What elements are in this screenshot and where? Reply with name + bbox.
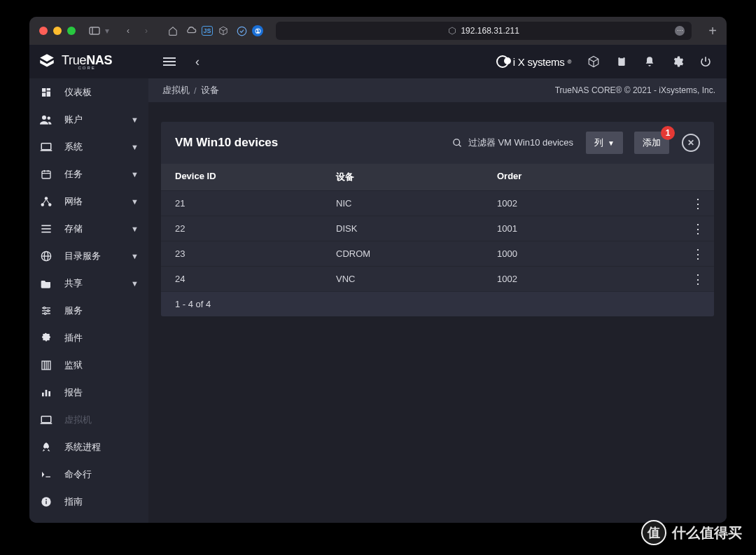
chevron-down-icon: ▼ bbox=[131, 143, 139, 151]
table-row[interactable]: 21NIC1002⋮ bbox=[161, 190, 714, 216]
svg-rect-11 bbox=[42, 171, 50, 178]
sidebar-item-8[interactable]: 服务 bbox=[29, 297, 148, 324]
home-icon[interactable] bbox=[165, 23, 181, 38]
sidebar-item-label: 目录服务 bbox=[64, 250, 101, 262]
sidebar-item-14[interactable]: 命令行 bbox=[29, 461, 148, 488]
sidebar-item-label: 命令行 bbox=[64, 468, 92, 481]
topbar: ‹ iXsystems® bbox=[148, 45, 727, 78]
svg-rect-35 bbox=[46, 390, 48, 396]
settings-icon[interactable] bbox=[665, 49, 690, 74]
svg-rect-3 bbox=[42, 88, 46, 92]
new-tab-button[interactable]: + bbox=[708, 23, 717, 39]
table-row[interactable]: 23CDROM1000⋮ bbox=[161, 241, 714, 266]
cell-order: 1001 bbox=[497, 223, 700, 234]
terminal-icon bbox=[39, 468, 53, 482]
filter-label: 过滤器 VM Win10 devices bbox=[468, 136, 573, 149]
app-window: ▾ ‹ › JS ① 192.168.31.211 ⋯ + TrueNAS bbox=[29, 17, 727, 523]
sidebar-item-3[interactable]: 任务▼ bbox=[29, 160, 148, 188]
tab-group: ▾ bbox=[87, 23, 109, 38]
chevron-down-icon: ▼ bbox=[131, 115, 139, 124]
jail-icon bbox=[39, 358, 53, 372]
svg-rect-37 bbox=[41, 416, 51, 422]
cell-device: VNC bbox=[336, 274, 497, 284]
svg-rect-0 bbox=[90, 27, 99, 34]
globe-icon bbox=[39, 249, 53, 263]
sidebar-item-2[interactable]: 系统▼ bbox=[29, 133, 148, 160]
ixsystems-logo[interactable]: iXsystems® bbox=[496, 55, 571, 68]
sidebar-item-7[interactable]: 共享▼ bbox=[29, 269, 148, 297]
minimize-window-button[interactable] bbox=[53, 27, 62, 35]
sidebar-item-4[interactable]: 网络▼ bbox=[29, 188, 148, 215]
nav-back-button[interactable]: ‹ bbox=[120, 23, 136, 38]
breadcrumb-devices: 设备 bbox=[201, 84, 219, 97]
nav-forward-button[interactable]: › bbox=[139, 23, 154, 38]
cell-device: CDROM bbox=[336, 248, 497, 259]
cell-device-id: 23 bbox=[175, 248, 336, 259]
menu-toggle-button[interactable] bbox=[157, 49, 182, 74]
sidebar-item-15[interactable]: 指南 bbox=[29, 488, 148, 515]
js-badge-icon[interactable]: JS bbox=[202, 26, 213, 36]
chevron-down-icon: ▼ bbox=[131, 225, 139, 233]
col-device[interactable]: 设备 bbox=[336, 171, 497, 183]
sidebar-item-13[interactable]: 系统进程 bbox=[29, 433, 148, 461]
sidebar-item-11[interactable]: 报告 bbox=[29, 379, 148, 406]
nav: 仪表板账户▼系统▼任务▼网络▼存储▼目录服务▼共享▼服务插件监狱报告虚拟机系统进… bbox=[29, 78, 148, 523]
sidebar-item-1[interactable]: 账户▼ bbox=[29, 106, 148, 133]
breadcrumb-vm[interactable]: 虚拟机 bbox=[162, 84, 190, 97]
sidebar-item-9[interactable]: 插件 bbox=[29, 324, 148, 351]
laptop-icon bbox=[39, 140, 53, 154]
add-button[interactable]: 添加 1 bbox=[634, 132, 669, 154]
svg-rect-4 bbox=[47, 88, 50, 90]
cube3d-icon[interactable] bbox=[581, 49, 606, 74]
clipboard-icon[interactable] bbox=[609, 49, 634, 74]
table-row[interactable]: 24VNC1002⋮ bbox=[161, 266, 714, 291]
main: ‹ iXsystems® 虚拟机 / 设备 TrueNAS CORE® © 20… bbox=[148, 45, 727, 523]
cloud-icon[interactable] bbox=[183, 23, 199, 38]
row-more-icon[interactable]: ⋮ bbox=[692, 221, 704, 237]
row-more-icon[interactable]: ⋮ bbox=[692, 196, 704, 211]
row-more-icon[interactable]: ⋮ bbox=[692, 272, 704, 287]
sidebar-item-label: 仪表板 bbox=[64, 86, 92, 99]
back-button[interactable]: ‹ bbox=[185, 49, 210, 74]
row-more-icon[interactable]: ⋮ bbox=[692, 246, 704, 262]
close-icon[interactable]: ✕ bbox=[682, 134, 700, 152]
logo[interactable]: TrueNAS CORE bbox=[29, 45, 148, 78]
cube-small-icon bbox=[448, 27, 456, 35]
url-text: 192.168.31.211 bbox=[461, 26, 519, 36]
sidebar-item-0[interactable]: 仪表板 bbox=[29, 78, 148, 106]
cell-order: 1002 bbox=[497, 274, 700, 284]
notifications-icon[interactable] bbox=[637, 49, 662, 74]
sidebar-item-label: 监狱 bbox=[64, 359, 83, 372]
watermark: 值 什么值得买 bbox=[641, 520, 742, 545]
col-device-id[interactable]: Device ID bbox=[175, 171, 336, 183]
power-icon[interactable] bbox=[693, 49, 718, 74]
maximize-window-button[interactable] bbox=[67, 27, 76, 35]
table-footer: 1 - 4 of 4 bbox=[161, 291, 714, 316]
reader-icon[interactable]: ⋯ bbox=[675, 26, 685, 36]
filter-search[interactable]: 过滤器 VM Win10 devices bbox=[452, 136, 573, 149]
sidebar-item-label: 共享 bbox=[64, 277, 83, 290]
check-circle-icon[interactable] bbox=[234, 23, 249, 38]
sidebar-item-12[interactable]: 虚拟机 bbox=[29, 406, 148, 433]
cube-icon[interactable] bbox=[216, 23, 231, 38]
sidebar-item-10[interactable]: 监狱 bbox=[29, 351, 148, 379]
breadcrumb-bar: 虚拟机 / 设备 TrueNAS CORE® © 2021 - iXsystem… bbox=[148, 78, 727, 102]
svg-rect-40 bbox=[46, 500, 46, 504]
url-bar[interactable]: 192.168.31.211 ⋯ bbox=[276, 22, 692, 40]
cell-device: NIC bbox=[336, 198, 497, 209]
columns-button[interactable]: 列 ▼ bbox=[586, 132, 623, 154]
sidebar-toggle-icon[interactable] bbox=[87, 23, 102, 38]
sidebar-item-label: 虚拟机 bbox=[64, 414, 92, 426]
sidebar: TrueNAS CORE 仪表板账户▼系统▼任务▼网络▼存储▼目录服务▼共享▼服… bbox=[29, 45, 148, 523]
search-icon bbox=[452, 138, 463, 148]
svg-rect-6 bbox=[42, 92, 46, 96]
close-window-button[interactable] bbox=[39, 27, 48, 35]
table-row[interactable]: 22DISK1001⋮ bbox=[161, 216, 714, 241]
svg-point-29 bbox=[44, 312, 46, 314]
sidebar-item-6[interactable]: 目录服务▼ bbox=[29, 242, 148, 269]
onepassword-icon[interactable]: ① bbox=[252, 25, 263, 36]
cell-order: 1002 bbox=[497, 198, 700, 209]
sidebar-item-5[interactable]: 存储▼ bbox=[29, 215, 148, 242]
traffic-lights bbox=[39, 27, 76, 35]
col-order[interactable]: Order bbox=[497, 171, 700, 183]
